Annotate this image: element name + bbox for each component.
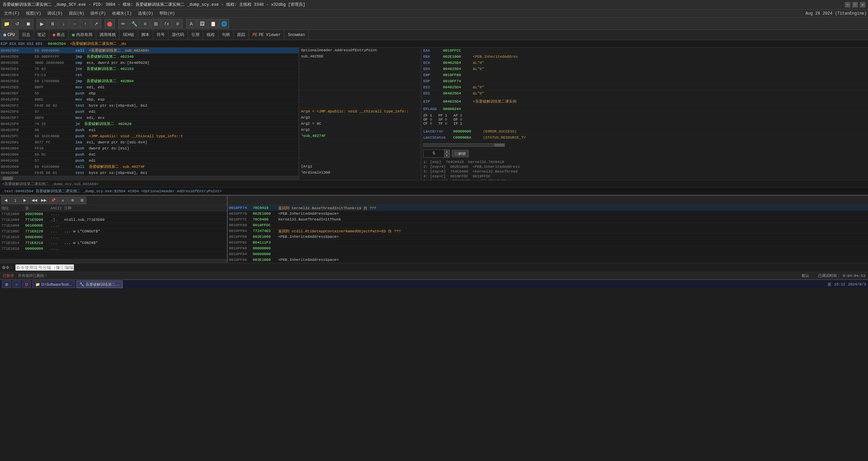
tab-memory[interactable]: 内存布局 <box>69 30 96 40</box>
mem-row-3[interactable]: 771E100C 771E8220 ... ... w L"CONOUT$" <box>0 229 227 234</box>
stack-row-9[interactable]: 0019FF98 002E1000 <PEB.InheritedAddressS… <box>228 257 868 263</box>
disasm-row-13[interactable]: 004025FB 56 push esi <box>0 127 299 133</box>
disasm-row-20[interactable]: 0040260E F645 08 01 test byte ptr ss:[eb… <box>0 170 299 176</box>
disasm-row-10[interactable]: 004025F6 57 push edi <box>0 109 299 115</box>
mem-btn-3[interactable]: ▶ <box>20 197 29 204</box>
tab-handles[interactable]: 句柄 <box>218 30 234 40</box>
disasm-row-15[interactable]: 00402601 8D77 FC lea esi, dword ptr ds:[… <box>0 139 299 145</box>
menu-help[interactable]: 帮助(H) <box>157 10 178 17</box>
stack-row-3[interactable]: 0019FF80 0019FFDC <box>228 223 868 228</box>
stack-row-6[interactable]: 0019FF8C B64111F3 <box>228 240 868 246</box>
stack-row-7[interactable]: 0019FF90 00000000 <box>228 246 868 251</box>
mem-btn-9[interactable]: ⊞ <box>77 197 86 204</box>
disasm-area[interactable]: 004025D4 E8 90040000 call <吾爱破解训练第二．sub_… <box>0 48 299 176</box>
disasm-row-3[interactable]: 004025E4 75 02 jne 吾爱破解训练第二．402153 <box>0 66 299 72</box>
disasm-row-6[interactable]: 004025ED 8BFF mov edi, edi <box>0 84 299 90</box>
tab-snowman[interactable]: Snowman <box>284 30 308 40</box>
tab-log[interactable]: 日志 <box>19 30 34 40</box>
taskbar-debugger[interactable]: 🔧 吾爱破解训练第二.... <box>76 281 123 288</box>
toolbar-mem-map[interactable]: ≡ <box>140 19 150 29</box>
mem-btn-7[interactable]: ≡ <box>58 197 67 204</box>
mem-btn-1[interactable]: ◀ <box>1 197 10 204</box>
toolbar-patch[interactable]: 🔧 <box>129 19 139 29</box>
maximize-button[interactable]: □ <box>852 2 858 7</box>
mem-btn-6[interactable]: 📌 <box>49 197 58 204</box>
disasm-row-0[interactable]: 004025D4 E8 90040000 call <吾爱破解训练第二．sub_… <box>0 48 299 54</box>
close-button[interactable]: ✕ <box>860 2 865 7</box>
menu-trace[interactable]: 跟踪(N) <box>66 10 87 17</box>
num-spin[interactable]: ▲ ▼ <box>444 150 449 157</box>
spin-down[interactable]: ▼ <box>444 154 449 157</box>
stack-row-5[interactable]: 0019FF88 002E1000 <PEB.InheritedAddressS… <box>228 234 868 240</box>
toolbar-step-out[interactable]: ↑ <box>80 19 90 29</box>
mem-row-1[interactable]: 771E1004 771E5D90 .]. ntdll.sub_771E5D90 <box>0 217 227 223</box>
disasm-row-12[interactable]: 004025F9 74 25 je 吾爱破解训练第二．402620 <box>0 121 299 127</box>
tab-threads[interactable]: 线程 <box>203 30 218 40</box>
stack-row-2[interactable]: 0019FF7C 76C0400 kernel32.BaseThreadInit… <box>228 217 868 223</box>
num-input[interactable] <box>424 150 444 157</box>
disasm-row-16[interactable]: 00402604 FF36 push dword ptr ds:[esi] <box>0 145 299 152</box>
toolbar-step-over[interactable]: → <box>69 19 79 29</box>
disasm-row-8[interactable]: 004025F0 8BEC mov ebp, esp <box>0 96 299 103</box>
taskbar-explorer[interactable]: 📁 D:\SoftwareTest\... <box>32 281 75 288</box>
disasm-scrollbar-h[interactable] <box>0 176 299 180</box>
num-input-container[interactable]: ▲ ▼ <box>423 149 450 158</box>
mem-btn-4[interactable]: ◀◀ <box>30 197 39 204</box>
menu-file[interactable]: 文件(F) <box>1 10 22 17</box>
toolbar-font[interactable]: A <box>186 19 196 29</box>
disasm-row-19[interactable]: 00402609 E8 41010000 call 吾爱破解训练第二．sub_4… <box>0 164 299 170</box>
reg-scrollbar[interactable] <box>423 143 505 147</box>
memory-scrollbar-h[interactable] <box>0 259 227 263</box>
tab-script[interactable]: 脚本 <box>138 30 153 40</box>
disasm-row-7[interactable]: 004025EF 55 push ebp <box>0 90 299 96</box>
taskbar-ie[interactable]: e <box>13 281 21 288</box>
start-button[interactable]: ⊞ <box>2 281 11 288</box>
stack-row-0[interactable]: 0019FF74 76C0419 返回到 kernel32.BaseThread… <box>228 205 868 211</box>
disasm-row-1[interactable]: 004025D9 E9 6BDFFFFF jmp 吾爱破解训练第二．402349 <box>0 54 299 60</box>
toolbar-step-into[interactable]: ↓ <box>58 19 69 29</box>
tab-callstack[interactable]: 调用堆栈 <box>96 30 120 40</box>
memory-content[interactable]: 771E1000 00020000 .... 771E1004 771E5D90… <box>0 211 227 259</box>
toolbar-settings[interactable]: 🌐 <box>219 19 229 29</box>
toolbar-notes[interactable]: 📋 <box>208 19 218 29</box>
minimize-button[interactable]: — <box>845 2 850 7</box>
toolbar-open[interactable]: 📁 <box>1 19 12 29</box>
toolbar-formula[interactable]: f x <box>162 19 172 29</box>
toolbar-run[interactable]: ▶ <box>37 19 47 29</box>
tab-trace[interactable]: 跟踪 <box>234 30 249 40</box>
tab-notes[interactable]: 笔记 <box>34 30 49 40</box>
toolbar-hash[interactable]: # <box>173 19 183 29</box>
taskbar-ds[interactable]: D <box>22 281 31 288</box>
stack-row-4[interactable]: 0019FF84 772474ED 返回到 ntdll.RtlGetAppCon… <box>228 228 868 234</box>
stack-row-8[interactable]: 0019FF94 00000000 <box>228 251 868 257</box>
toolbar-restart[interactable]: ↺ <box>12 19 22 29</box>
mem-row-0[interactable]: 771E1000 00020000 .... <box>0 211 227 217</box>
mem-row-2[interactable]: 771E1008 0010000E .... <box>0 223 227 229</box>
disasm-row-9[interactable]: 004025F2 F645 08 02 test byte ptr ss:[eb… <box>0 103 299 109</box>
tab-refs[interactable]: 引用 <box>188 30 203 40</box>
disasm-row-11[interactable]: 004025F7 8BF9 mov edi, ecx <box>0 115 299 121</box>
mem-btn-2[interactable]: 1 <box>11 197 20 204</box>
menu-favorites[interactable]: 收藏夹(I) <box>109 10 135 17</box>
mem-row-5[interactable]: 771E1014 771E8210 ... ... w L"CONIN$" <box>0 240 227 246</box>
toolbar-bp[interactable]: ⬤ <box>105 19 115 29</box>
disasm-row-17[interactable]: 00402606 6A 0C push 0xC <box>0 152 299 158</box>
tab-seh[interactable]: SEH链 <box>120 30 138 40</box>
stack-content[interactable]: 0019FF74 76C0419 返回到 kernel32.BaseThread… <box>228 205 868 263</box>
tab-pe-viewer[interactable]: PE PE Viewer <box>249 30 284 40</box>
mem-btn-8[interactable]: ⊕ <box>68 197 77 204</box>
disasm-row-4[interactable]: 004025E6 F3:C3 ret <box>0 72 299 78</box>
disasm-row-18[interactable]: 00402608 57 push edi <box>0 158 299 164</box>
tab-breakpoints[interactable]: 断点 <box>49 30 69 40</box>
toolbar-asm[interactable]: ✏ <box>118 19 128 29</box>
mem-btn-5[interactable]: ▶▶ <box>39 197 48 204</box>
toolbar-close[interactable]: ⏹ <box>23 19 33 29</box>
tab-symbols[interactable]: 符号 <box>153 30 169 40</box>
disasm-row-2[interactable]: 004025DE 3B0D 28504000 cmp ecx, dword pt… <box>0 60 299 66</box>
toolbar-run-to[interactable]: ↗ <box>91 19 101 29</box>
toolbar-pause[interactable]: ⏸ <box>48 19 58 29</box>
toolbar-screenshot[interactable]: 🖼 <box>197 19 207 29</box>
spin-up[interactable]: ▲ <box>444 150 449 154</box>
unlock-button[interactable]: □ 解锁 <box>452 150 469 157</box>
tab-source[interactable]: 源代码 <box>169 30 188 40</box>
